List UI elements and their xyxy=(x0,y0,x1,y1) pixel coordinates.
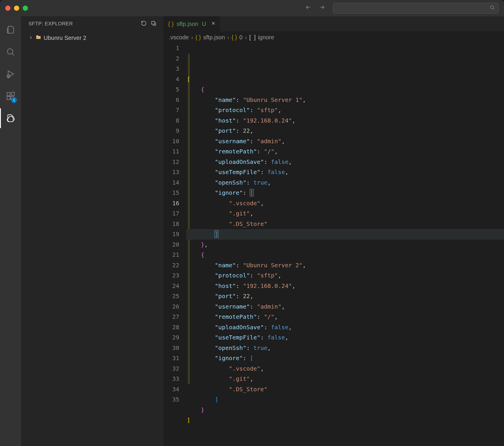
command-center-search[interactable] xyxy=(333,3,499,14)
code-line[interactable]: "uploadOnSave": false, xyxy=(186,322,504,333)
code-line[interactable]: ".git", xyxy=(186,374,504,384)
tree-item-server[interactable]: Ubunru Server 2 xyxy=(21,33,164,43)
svg-marker-2 xyxy=(8,71,14,77)
code-line[interactable]: ".git", xyxy=(186,208,504,219)
nav-forward-button[interactable] xyxy=(317,3,328,13)
editor-body[interactable]: 1234567891011121314151617181920212223242… xyxy=(164,43,504,446)
breadcrumb-item[interactable]: 0 xyxy=(239,34,243,41)
code-line[interactable]: "ignore": [ xyxy=(186,188,504,198)
code-line[interactable]: }, xyxy=(186,240,504,250)
chevron-right-icon: › xyxy=(227,34,229,41)
code-line[interactable]: "remotePath": "/", xyxy=(186,146,504,157)
chevron-right-icon: › xyxy=(245,34,247,41)
activity-sftp[interactable] xyxy=(0,108,21,128)
breadcrumb-item[interactable]: ignore xyxy=(258,34,274,41)
window-zoom-button[interactable] xyxy=(23,6,28,11)
code-line[interactable]: "port": 22, xyxy=(186,126,504,136)
code-line[interactable]: ] xyxy=(186,415,504,426)
title-bar xyxy=(0,0,504,16)
tree-item-label: Ubunru Server 2 xyxy=(44,35,86,41)
tab-modified-mark: U xyxy=(202,21,206,27)
code-line[interactable]: "openSsh": true, xyxy=(186,343,504,353)
traffic-lights xyxy=(5,6,28,11)
json-file-icon: { } xyxy=(168,21,174,27)
code-line[interactable]: ".vscode", xyxy=(186,198,504,209)
code-line[interactable]: "host": "192.168.0.24", xyxy=(186,116,504,126)
breadcrumb-item[interactable]: .vscode xyxy=(169,34,189,41)
code-line[interactable]: ] xyxy=(186,229,504,240)
code-line[interactable]: [ xyxy=(186,74,504,85)
editor-area: { } sftp.json U .vscode › { } sftp.json … xyxy=(164,16,504,446)
code-line[interactable]: ] xyxy=(186,394,504,405)
code-line[interactable]: "uploadOnSave": false, xyxy=(186,157,504,167)
code-line[interactable]: ".DS_Store" xyxy=(186,384,504,395)
svg-rect-5 xyxy=(7,96,10,100)
window-close-button[interactable] xyxy=(5,6,10,11)
code-line[interactable]: { xyxy=(186,84,504,95)
tab-close-button[interactable] xyxy=(211,21,216,27)
tab-filename: sftp.json xyxy=(177,21,198,27)
code-line[interactable]: } xyxy=(186,405,504,415)
code-line[interactable]: "useTempFile": false, xyxy=(186,332,504,343)
code-line[interactable]: { xyxy=(186,250,504,260)
array-icon: [ ] xyxy=(249,34,255,41)
code-line[interactable]: "remotePath": "/", xyxy=(186,312,504,322)
tab-row: { } sftp.json U xyxy=(164,16,504,31)
activity-debug[interactable] xyxy=(0,64,21,84)
sidebar-header: SFTP: EXPLORER xyxy=(21,16,164,31)
collapse-all-button[interactable] xyxy=(151,20,157,28)
activity-explorer[interactable] xyxy=(0,20,21,40)
breadcrumbs[interactable]: .vscode › { } sftp.json › { } 0 › [ ] ig… xyxy=(164,31,504,43)
activity-bar: 1 xyxy=(0,16,21,446)
sidebar-title: SFTP: EXPLORER xyxy=(29,21,141,27)
search-icon xyxy=(490,5,495,12)
breadcrumb-item[interactable]: sftp.json xyxy=(203,34,225,41)
code-line[interactable]: "name": "Ubunru Server 1", xyxy=(186,95,504,105)
code-line[interactable]: ".DS_Store" xyxy=(186,219,504,229)
nav-back-button[interactable] xyxy=(303,3,314,13)
code-line[interactable] xyxy=(186,426,504,436)
code-line[interactable]: "protocol": "sftp", xyxy=(186,270,504,281)
chevron-right-icon: › xyxy=(191,34,193,41)
window-minimize-button[interactable] xyxy=(14,6,19,11)
activity-extensions[interactable]: 1 xyxy=(0,86,21,106)
title-nav xyxy=(303,3,499,14)
refresh-button[interactable] xyxy=(141,20,147,28)
object-icon: { } xyxy=(232,34,237,41)
svg-point-0 xyxy=(491,6,494,9)
code-line[interactable]: "name": "Ubunru Server 2", xyxy=(186,260,504,271)
code-line[interactable]: "username": "admin", xyxy=(186,136,504,147)
folder-icon xyxy=(36,34,41,42)
chevron-right-icon xyxy=(29,35,33,41)
extensions-badge: 1 xyxy=(11,97,17,103)
code-line[interactable]: "protocol": "sftp", xyxy=(186,105,504,116)
code-line[interactable]: "useTempFile": false, xyxy=(186,167,504,178)
sidebar: SFTP: EXPLORER Ubunru Server 2 xyxy=(21,16,164,446)
code-line[interactable]: "port": 22, xyxy=(186,291,504,302)
svg-point-1 xyxy=(7,49,13,54)
json-file-icon: { } xyxy=(196,34,201,41)
code-content[interactable]: [ { "name": "Ubunru Server 1", "protocol… xyxy=(186,43,504,446)
tab-sftp-json[interactable]: { } sftp.json U xyxy=(164,16,220,31)
code-line[interactable]: ".vscode", xyxy=(186,364,504,374)
code-line[interactable]: "openSsh": true, xyxy=(186,178,504,188)
svg-rect-4 xyxy=(7,93,10,96)
activity-search[interactable] xyxy=(0,42,21,62)
code-line[interactable]: "ignore": [ xyxy=(186,353,504,364)
svg-rect-8 xyxy=(152,21,155,24)
code-line[interactable]: "host": "192.168.0.24", xyxy=(186,281,504,291)
sidebar-tree: Ubunru Server 2 xyxy=(21,31,164,45)
line-number-gutter: 1234567891011121314151617181920212223242… xyxy=(164,43,186,446)
svg-rect-7 xyxy=(11,92,15,95)
code-line[interactable]: "username": "admin", xyxy=(186,302,504,312)
